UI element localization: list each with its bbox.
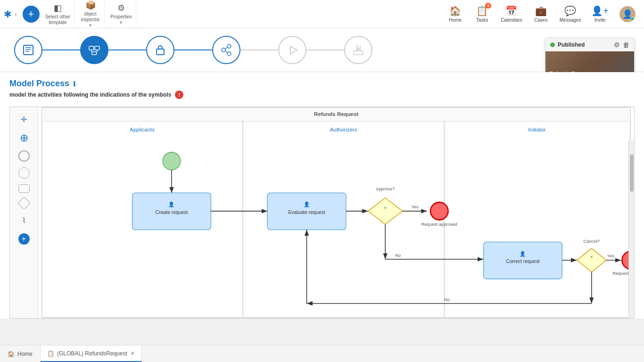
home-icon: 🏠 xyxy=(449,5,461,16)
wizard-step-5[interactable] xyxy=(278,36,306,64)
create-request-label: Create request xyxy=(156,210,188,215)
approve-gateway xyxy=(368,198,403,224)
properties-button[interactable]: ⚙ Properties ▾ xyxy=(107,0,136,28)
tasks-badge: 9 xyxy=(485,3,491,8)
online-indicator xyxy=(630,17,635,22)
breadcrumb-arrow-icon: › xyxy=(15,10,17,18)
start-event xyxy=(163,152,181,170)
navigate-tool[interactable]: ⊕ xyxy=(16,130,33,147)
home-label: Home xyxy=(449,17,462,23)
nav-cases[interactable]: 💼 Cases xyxy=(528,0,554,28)
correct-request-icon: 👤 xyxy=(520,251,526,257)
circle-outline-tool[interactable] xyxy=(18,167,30,179)
info-icon[interactable]: ℹ xyxy=(73,80,75,88)
svg-point-12 xyxy=(227,52,231,56)
yes2-label: Yes xyxy=(607,254,615,258)
select-template-button[interactable]: ◧ Select othertemplate xyxy=(41,0,74,28)
app-logo-icon: ✱ xyxy=(4,8,12,20)
select-template-label: Select othertemplate xyxy=(45,14,70,25)
nav-messages[interactable]: 💬 Messages xyxy=(555,0,586,28)
invite-label: Invite xyxy=(594,17,606,23)
step-3-circle[interactable] xyxy=(146,36,174,64)
add-button[interactable]: + xyxy=(23,6,40,23)
cases-label: Cases xyxy=(534,17,547,23)
model-process-title: Model Process xyxy=(9,79,69,89)
main-toolbar: ✱ › + ◧ Select othertemplate 📦 objectins… xyxy=(0,0,644,28)
user-avatar: 👤 xyxy=(619,6,636,22)
step-line-2-3 xyxy=(108,49,146,50)
diagram-toolbar: ✛ ⊕ ⌇ + xyxy=(10,107,38,318)
request-approved-event xyxy=(430,202,448,220)
delete-icon[interactable]: 🗑 xyxy=(623,41,629,49)
object-inspector-label: objectinspector xyxy=(81,11,100,23)
scrollbar-thumb[interactable] xyxy=(630,154,634,192)
svg-point-11 xyxy=(227,44,231,48)
add-element-tool[interactable]: + xyxy=(16,230,33,247)
logo-area: ✱ › xyxy=(4,8,17,20)
calendars-label: Calendars xyxy=(501,17,522,23)
approve-x-label: × xyxy=(384,206,386,210)
wizard-steps: Published ⚙ 🗑 Refunds Request of : AFARI… xyxy=(0,28,644,72)
calendars-icon: 📅 xyxy=(505,5,517,16)
wizard-step-6[interactable] xyxy=(344,36,372,64)
cancel-x-label: × xyxy=(590,255,593,259)
cancel-gateway xyxy=(577,248,607,272)
svg-marker-15 xyxy=(290,46,297,54)
applicants-lane-label: Applicants xyxy=(130,127,155,132)
no1-label: No xyxy=(395,253,401,258)
initiator-lane-label: Initiator xyxy=(528,127,546,132)
error-indicator: ! xyxy=(175,90,183,99)
svg-rect-6 xyxy=(92,52,97,55)
correct-request-label: Correct request xyxy=(506,259,540,264)
svg-point-10 xyxy=(222,48,225,52)
svg-rect-4 xyxy=(89,46,94,50)
circle-tool[interactable] xyxy=(18,150,30,162)
evaluate-request-label: Evaluate request xyxy=(288,210,325,215)
object-inspector-button[interactable]: 📦 objectinspector ▾ xyxy=(76,0,105,28)
home-tab-icon: 🏠 xyxy=(8,351,15,357)
svg-rect-9 xyxy=(157,49,164,55)
svg-line-14 xyxy=(225,51,227,53)
nav-calendars[interactable]: 📅 Calendars xyxy=(496,0,527,28)
avatar-container[interactable]: 👤 xyxy=(614,0,640,28)
top-nav: 🏠 Home 📋 9 Tasks 📅 Calendars 💼 Cases 💬 M… xyxy=(442,0,640,28)
tab-home[interactable]: 🏠 Home xyxy=(0,346,41,362)
nav-tasks[interactable]: 📋 9 Tasks xyxy=(469,0,495,28)
rectangle-tool[interactable] xyxy=(18,184,30,193)
settings-icon[interactable]: ⚙ xyxy=(614,41,620,49)
invite-icon: 👤+ xyxy=(591,5,609,16)
step-1-circle[interactable] xyxy=(14,36,42,64)
yes1-label: Yes xyxy=(411,205,419,209)
svg-rect-16 xyxy=(354,51,363,55)
diamond-tool[interactable] xyxy=(17,197,30,210)
wizard-step-1[interactable] xyxy=(14,36,42,64)
section-subtitle: model the activities following the indic… xyxy=(9,90,635,99)
nav-home[interactable]: 🏠 Home xyxy=(442,0,468,28)
wizard-step-2[interactable] xyxy=(80,36,108,64)
move-tool[interactable]: ✛ xyxy=(16,111,33,128)
process-diagram: Refunds Request Applicants Authorizers I… xyxy=(38,107,634,318)
vertical-scrollbar[interactable] xyxy=(628,140,634,319)
step-2-circle[interactable] xyxy=(80,36,108,64)
properties-label: Properties xyxy=(110,14,132,20)
step-6-circle[interactable] xyxy=(344,36,372,64)
request-approved-label: Request approved xyxy=(421,222,458,227)
home-tab-label: Home xyxy=(17,351,33,357)
step-line-3-4 xyxy=(174,49,212,50)
step-5-circle[interactable] xyxy=(278,36,306,64)
nav-invite[interactable]: 👤+ Invite xyxy=(586,0,613,28)
wizard-step-4[interactable] xyxy=(212,36,240,64)
properties-icon: ⚙ xyxy=(117,3,125,13)
svg-rect-5 xyxy=(95,46,99,50)
tab-process[interactable]: 📋 (GLOBAL) RefundsRequest ✕ xyxy=(41,346,142,362)
tab-close-button[interactable]: ✕ xyxy=(130,350,135,357)
evaluate-request-icon: 👤 xyxy=(304,201,310,207)
sequence-flow-tool[interactable]: ⌇ xyxy=(16,212,33,229)
step-4-circle[interactable] xyxy=(212,36,240,64)
cancel-question-label: Cancel? xyxy=(584,239,600,244)
section-title: Model Process ℹ xyxy=(9,79,635,89)
wizard-step-3[interactable] xyxy=(146,36,174,64)
published-header: Published ⚙ 🗑 xyxy=(545,38,634,51)
step-line-4-5 xyxy=(240,49,278,50)
approve-question-label: Approve? xyxy=(376,187,395,191)
